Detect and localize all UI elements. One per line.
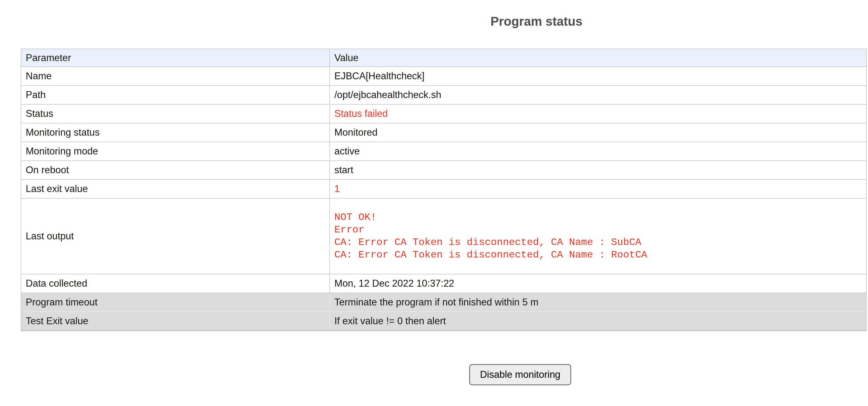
value-cell: 1 xyxy=(330,180,866,198)
value-cell: EJBCA[Healthcheck] xyxy=(330,67,866,86)
monitoring-action-form: Disable monitoring xyxy=(469,364,571,385)
page-title: Program status xyxy=(490,14,582,29)
table-row: StatusStatus failed xyxy=(21,104,866,123)
parameter-cell: Program timeout xyxy=(21,293,330,312)
parameter-cell: Name xyxy=(21,67,330,86)
table-row: Test Exit valueIf exit value != 0 then a… xyxy=(21,312,866,331)
table-row: Monitoring modeactive xyxy=(21,142,866,161)
table-header: Parameter Value xyxy=(21,49,866,67)
value-cell: If exit value != 0 then alert xyxy=(330,312,866,331)
parameter-cell: Test Exit value xyxy=(21,312,330,331)
output-line: CA: Error CA Token is disconnected, CA N… xyxy=(334,236,862,249)
value-text: Mon, 12 Dec 2022 10:37:22 xyxy=(334,278,454,289)
output-line: Error xyxy=(334,224,862,236)
value-cell: NOT OK!ErrorCA: Error CA Token is discon… xyxy=(330,198,866,274)
program-status-table: Parameter Value NameEJBCA[Healthcheck]Pa… xyxy=(21,49,867,331)
parameter-cell: Last output xyxy=(21,198,330,274)
value-cell: Mon, 12 Dec 2022 10:37:22 xyxy=(330,274,866,293)
value-cell: /opt/ejbcahealthcheck.sh xyxy=(330,86,866,104)
table-row: Program timeoutTerminate the program if … xyxy=(21,293,866,312)
value-text: start xyxy=(334,164,353,176)
table-row: Data collectedMon, 12 Dec 2022 10:37:22 xyxy=(21,274,866,293)
value-text-error: 1 xyxy=(334,183,340,194)
program-status-page: Program status Parameter Value NameEJBCA… xyxy=(0,0,868,406)
table-row: On rebootstart xyxy=(21,161,866,180)
disable-monitoring-button[interactable]: Disable monitoring xyxy=(469,364,571,385)
parameter-cell: Monitoring status xyxy=(21,123,330,142)
column-header-value: Value xyxy=(330,49,866,67)
table-row: NameEJBCA[Healthcheck] xyxy=(21,67,866,86)
parameter-cell: Last exit value xyxy=(21,180,330,198)
value-cell: Status failed xyxy=(330,104,866,123)
parameter-cell: Status xyxy=(21,104,330,123)
value-text: active xyxy=(334,146,360,157)
output-line: NOT OK! xyxy=(334,211,862,224)
value-text: If exit value != 0 then alert xyxy=(334,315,446,326)
table-row: Path/opt/ejbcahealthcheck.sh xyxy=(21,86,866,104)
value-cell: Monitored xyxy=(330,123,866,142)
value-text: Terminate the program if not finished wi… xyxy=(334,297,538,308)
value-cell: start xyxy=(330,161,866,180)
value-cell: Terminate the program if not finished wi… xyxy=(330,293,866,312)
column-header-parameter: Parameter xyxy=(21,49,330,67)
parameter-cell: Monitoring mode xyxy=(21,142,330,161)
table-row: Last exit value1 xyxy=(21,180,866,198)
value-cell: active xyxy=(330,142,866,161)
table-row: Monitoring statusMonitored xyxy=(21,123,866,142)
value-text: /opt/ejbcahealthcheck.sh xyxy=(334,89,441,100)
table-body: NameEJBCA[Healthcheck]Path/opt/ejbcaheal… xyxy=(21,67,866,331)
parameter-cell: Data collected xyxy=(21,274,330,293)
parameter-cell: Path xyxy=(21,86,330,104)
table-header-row: Parameter Value xyxy=(21,49,866,67)
value-text-error: Status failed xyxy=(334,108,388,119)
value-text: Monitored xyxy=(334,127,378,138)
output-line: CA: Error CA Token is disconnected, CA N… xyxy=(334,249,862,261)
table-row: Last outputNOT OK!ErrorCA: Error CA Toke… xyxy=(21,198,866,274)
parameter-cell: On reboot xyxy=(21,161,330,180)
value-text: EJBCA[Healthcheck] xyxy=(334,70,425,82)
